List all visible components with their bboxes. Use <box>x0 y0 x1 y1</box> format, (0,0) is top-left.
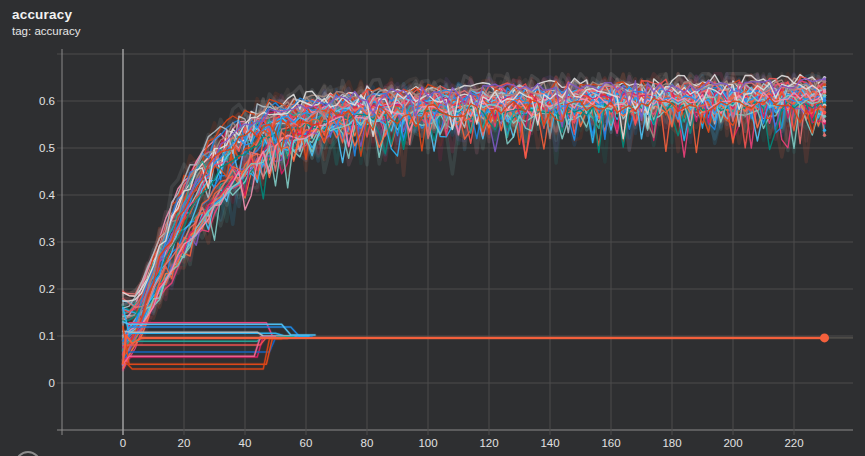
run-end-dot <box>823 134 826 137</box>
x-tick-label: 20 <box>178 437 191 449</box>
run-end-dot <box>823 119 826 122</box>
run-end-dot <box>823 90 826 93</box>
x-tick-label: 60 <box>300 437 313 449</box>
run-line <box>123 335 825 363</box>
x-tick-label: 120 <box>479 437 498 449</box>
x-tick-label: 220 <box>784 437 803 449</box>
x-tick-label: 140 <box>540 437 559 449</box>
run-end-dot <box>823 77 826 80</box>
x-tick-label: 40 <box>239 437 252 449</box>
run-end-dot <box>823 83 826 86</box>
scalar-chart-card: accuracy tag: accuracy 00.10.20.30.40.50… <box>0 0 865 456</box>
y-tick-label: 0.5 <box>39 142 55 154</box>
accuracy-line-chart[interactable]: 00.10.20.30.40.50.6020406080100120140160… <box>0 0 865 456</box>
x-tick-label: 160 <box>601 437 620 449</box>
y-tick-label: 0.6 <box>39 95 55 107</box>
x-tick-label: 100 <box>418 437 437 449</box>
run-end-dot <box>823 94 826 97</box>
x-tick-label: 200 <box>723 437 742 449</box>
run-end-dot <box>823 105 826 108</box>
y-tick-label: 0.3 <box>39 236 55 248</box>
final-value-dot[interactable] <box>820 333 829 342</box>
x-tick-label: 80 <box>361 437 374 449</box>
run-end-dot <box>823 99 826 102</box>
run-end-dot <box>823 128 826 131</box>
y-tick-label: 0.2 <box>39 283 55 295</box>
x-tick-label: 0 <box>120 437 126 449</box>
run-end-dot <box>823 111 826 114</box>
y-tick-label: 0.4 <box>39 189 56 201</box>
y-tick-label: 0 <box>49 377 55 389</box>
y-tick-label: 0.1 <box>39 330 55 342</box>
x-tick-label: 180 <box>662 437 681 449</box>
fab-button[interactable] <box>16 452 40 456</box>
run-end-dot <box>823 115 826 118</box>
